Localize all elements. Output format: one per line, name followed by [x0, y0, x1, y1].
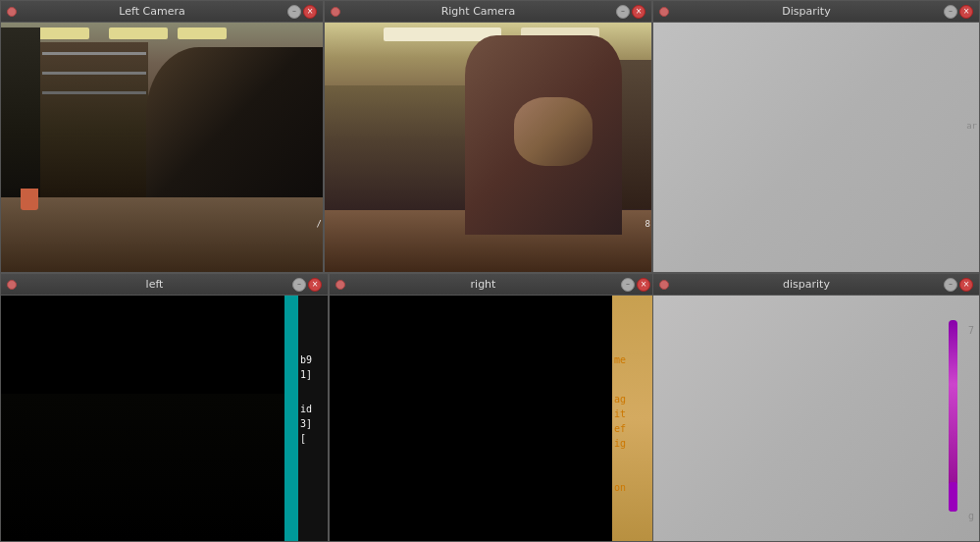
- table-surface: [1, 197, 323, 272]
- shelf-3: [42, 91, 146, 94]
- left-console-text-3: 3]: [300, 418, 312, 429]
- right-camera-titlebar: Right Camera – ×: [325, 1, 651, 23]
- disparity-top-overlay: ar: [966, 121, 977, 131]
- right-camera-title: Right Camera: [345, 5, 611, 18]
- right-person-head: [514, 97, 593, 166]
- right-terminal-main: [330, 296, 612, 541]
- left-console-body: b9 1] id 3] [: [1, 296, 328, 541]
- right-camera-content: 8: [325, 23, 651, 272]
- left-camera-minimize[interactable]: –: [287, 5, 301, 19]
- right-camera-window: Right Camera – × 8: [324, 0, 652, 273]
- left-camera-controls: – ×: [287, 5, 317, 19]
- disparity-top-controls: – ×: [944, 5, 973, 19]
- disparity-top-window: Disparity – × ar: [652, 0, 980, 273]
- left-console-text-1: 1]: [300, 369, 312, 380]
- right-console-indicator: [335, 280, 345, 290]
- shelf-2: [42, 72, 146, 75]
- right-console-window: right – × me ag it ef ig on: [329, 273, 657, 542]
- right-console-body: me ag it ef ig on: [330, 296, 656, 541]
- right-camera-controls: – ×: [616, 5, 645, 19]
- disparity-top-minimize[interactable]: –: [944, 5, 957, 19]
- shelf-1: [42, 52, 146, 55]
- left-console-text-bracket: [: [300, 433, 306, 444]
- left-camera-titlebar: Left Camera – ×: [1, 1, 323, 23]
- disparity-top-titlebar: Disparity – ×: [653, 1, 979, 23]
- disparity-bottom-controls: – ×: [944, 278, 973, 292]
- right-console-titlebar: right – ×: [330, 274, 656, 296]
- disparity-bottom-value-g: g: [968, 511, 974, 521]
- left-console-title: left: [22, 278, 287, 291]
- right-console-content: me ag it ef ig on: [330, 296, 656, 541]
- camera-overlay-right: /: [317, 219, 322, 229]
- left-camera-title: Left Camera: [22, 5, 283, 18]
- right-console-controls: – ×: [621, 278, 650, 292]
- left-console-content: b9 1] id 3] [: [1, 296, 328, 541]
- right-console-text-ef: ef: [614, 423, 626, 434]
- right-camera-indicator: [331, 7, 340, 17]
- disparity-bottom-title: disparity: [674, 278, 939, 291]
- right-console-sidebar: me ag it ef ig on: [612, 296, 656, 541]
- bookshelf: [40, 42, 148, 217]
- disparity-top-title: Disparity: [674, 5, 939, 18]
- left-console-indicator: [7, 280, 17, 290]
- left-console-close[interactable]: ×: [308, 278, 322, 292]
- right-camera-close[interactable]: ×: [632, 5, 645, 19]
- disparity-bottom-window: disparity – × 7 g: [652, 273, 980, 542]
- left-console-cyan-strip: [284, 296, 298, 541]
- disparity-bottom-titlebar: disparity – ×: [653, 274, 979, 296]
- disparity-purple-dot: [949, 482, 957, 512]
- disparity-bottom-value-7: 7: [968, 325, 974, 336]
- left-camera-scene: /: [1, 23, 323, 272]
- left-camera-content: /: [1, 23, 323, 272]
- right-console-close[interactable]: ×: [637, 278, 650, 292]
- left-console-right-panel: b9 1] id 3] [: [298, 296, 328, 541]
- left-console-text-id: id: [300, 404, 312, 414]
- ceiling-light-3: [178, 27, 227, 39]
- left-console-text-b9: b9: [300, 354, 312, 365]
- right-console-text-on: on: [614, 482, 626, 493]
- left-terminal-bg: [1, 394, 284, 541]
- disparity-bottom-content: 7 g: [653, 296, 979, 541]
- right-console-minimize[interactable]: –: [621, 278, 635, 292]
- right-console-text-ag: ag: [614, 394, 626, 405]
- disparity-bottom-close[interactable]: ×: [959, 278, 973, 292]
- mug: [21, 189, 38, 210]
- right-console-title: right: [350, 278, 616, 291]
- right-camera-minimize[interactable]: –: [616, 5, 630, 19]
- left-console-controls: – ×: [292, 278, 322, 292]
- right-console-text-ig: ig: [614, 438, 626, 449]
- right-console-text-me: me: [614, 354, 626, 365]
- left-console-window: left – × b9 1] id 3] [: [0, 273, 329, 542]
- left-camera-indicator: [7, 7, 17, 17]
- disparity-top-indicator: [659, 7, 669, 17]
- left-camera-window: Left Camera – ×: [0, 0, 324, 273]
- disparity-bottom-gray: [653, 296, 979, 541]
- left-console-minimize[interactable]: –: [292, 278, 306, 292]
- right-console-text-it: it: [614, 408, 626, 419]
- disparity-top-content: ar: [653, 23, 979, 272]
- disparity-bottom-indicator: [659, 280, 669, 290]
- disparity-gray-bg: [653, 23, 979, 272]
- ceiling-light-2: [109, 27, 168, 39]
- left-camera-close[interactable]: ×: [303, 5, 317, 19]
- disparity-bottom-display: 7 g: [653, 296, 979, 541]
- disparity-top-display: ar: [653, 23, 979, 272]
- right-camera-scene: 8: [325, 23, 651, 272]
- right-overlay-number: 8: [645, 219, 650, 229]
- disparity-top-close[interactable]: ×: [959, 5, 973, 19]
- left-terminal-main: [1, 296, 284, 541]
- left-console-titlebar: left – ×: [1, 274, 328, 296]
- disparity-bottom-minimize[interactable]: –: [944, 278, 957, 292]
